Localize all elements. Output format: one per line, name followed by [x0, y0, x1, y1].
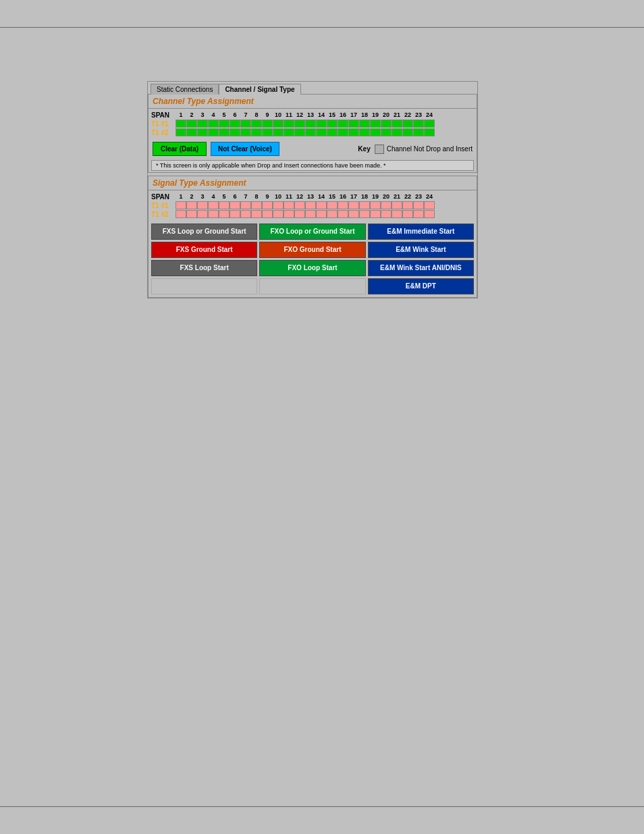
t1-2-ch2[interactable]	[186, 128, 197, 136]
t1-2-ch5[interactable]	[219, 128, 230, 136]
t1-2-ch11[interactable]	[284, 128, 294, 136]
sig-t1-2-ch3[interactable]	[197, 210, 208, 218]
t1-2-ch24[interactable]	[424, 128, 435, 136]
em-wink-start-ani-dnis-button[interactable]: E&M Wink Start ANI/DNIS	[368, 260, 474, 276]
t1-1-ch9[interactable]	[262, 120, 273, 128]
t1-2-ch18[interactable]	[359, 128, 370, 136]
fxs-ground-start-button[interactable]: FXS Ground Start	[151, 242, 257, 258]
t1-1-ch18[interactable]	[359, 120, 370, 128]
t1-1-ch13[interactable]	[305, 120, 316, 128]
sig-t1-2-ch15[interactable]	[327, 210, 338, 218]
sig-t1-1-ch6[interactable]	[230, 201, 240, 209]
fxo-loop-start-button[interactable]: FXO Loop Start	[259, 260, 365, 276]
sig-t1-2-ch20[interactable]	[381, 210, 392, 218]
t1-2-ch20[interactable]	[381, 128, 392, 136]
em-wink-start-button[interactable]: E&M Wink Start	[368, 242, 474, 258]
t1-1-ch3[interactable]	[197, 120, 208, 128]
em-dpt-button[interactable]: E&M DPT	[368, 278, 474, 294]
sig-t1-2-ch8[interactable]	[251, 210, 262, 218]
sig-t1-1-ch12[interactable]	[294, 201, 305, 209]
t1-2-ch7[interactable]	[240, 128, 251, 136]
t1-1-ch2[interactable]	[186, 120, 197, 128]
sig-t1-2-ch21[interactable]	[392, 210, 402, 218]
sig-t1-1-ch16[interactable]	[338, 201, 348, 209]
t1-1-ch20[interactable]	[381, 120, 392, 128]
sig-t1-2-ch14[interactable]	[316, 210, 327, 218]
sig-t1-1-ch17[interactable]	[348, 201, 359, 209]
sig-t1-2-ch10[interactable]	[273, 210, 284, 218]
sig-t1-1-ch10[interactable]	[273, 201, 284, 209]
t1-1-ch14[interactable]	[316, 120, 327, 128]
sig-t1-1-ch23[interactable]	[413, 201, 424, 209]
t1-2-ch16[interactable]	[338, 128, 348, 136]
fxo-ground-start-button[interactable]: FXO Ground Start	[259, 242, 365, 258]
sig-t1-2-ch18[interactable]	[359, 210, 370, 218]
sig-t1-1-ch14[interactable]	[316, 201, 327, 209]
t1-1-ch19[interactable]	[370, 120, 381, 128]
t1-2-ch14[interactable]	[316, 128, 327, 136]
sig-t1-1-ch15[interactable]	[327, 201, 338, 209]
t1-2-ch4[interactable]	[208, 128, 219, 136]
fxs-loop-ground-start-button[interactable]: FXS Loop or Ground Start	[151, 224, 257, 240]
t1-1-ch10[interactable]	[273, 120, 284, 128]
t1-1-ch11[interactable]	[284, 120, 294, 128]
tab-channel-signal-type[interactable]: Channel / Signal Type	[219, 84, 300, 95]
clear-data-button[interactable]: Clear (Data)	[153, 142, 207, 156]
sig-t1-1-ch22[interactable]	[402, 201, 413, 209]
t1-1-ch7[interactable]	[240, 120, 251, 128]
sig-t1-1-ch5[interactable]	[219, 201, 230, 209]
sig-t1-1-ch21[interactable]	[392, 201, 402, 209]
t1-1-ch17[interactable]	[348, 120, 359, 128]
sig-t1-2-ch5[interactable]	[219, 210, 230, 218]
t1-2-ch6[interactable]	[230, 128, 240, 136]
t1-2-ch15[interactable]	[327, 128, 338, 136]
t1-1-ch4[interactable]	[208, 120, 219, 128]
sig-t1-2-ch1[interactable]	[176, 210, 186, 218]
t1-2-ch9[interactable]	[262, 128, 273, 136]
sig-t1-2-ch19[interactable]	[370, 210, 381, 218]
sig-t1-2-ch23[interactable]	[413, 210, 424, 218]
t1-2-ch13[interactable]	[305, 128, 316, 136]
sig-t1-1-ch1[interactable]	[176, 201, 186, 209]
sig-t1-1-ch2[interactable]	[186, 201, 197, 209]
sig-t1-1-ch11[interactable]	[284, 201, 294, 209]
fxs-loop-start-button[interactable]: FXS Loop Start	[151, 260, 257, 276]
sig-t1-1-ch18[interactable]	[359, 201, 370, 209]
sig-t1-2-ch7[interactable]	[240, 210, 251, 218]
t1-2-ch19[interactable]	[370, 128, 381, 136]
not-clear-voice-button[interactable]: Not Clear (Voice)	[211, 142, 279, 156]
tab-static-connections[interactable]: Static Connections	[151, 84, 219, 95]
t1-1-ch22[interactable]	[402, 120, 413, 128]
sig-t1-2-ch4[interactable]	[208, 210, 219, 218]
sig-t1-1-ch20[interactable]	[381, 201, 392, 209]
t1-2-ch1[interactable]	[176, 128, 186, 136]
sig-t1-2-ch22[interactable]	[402, 210, 413, 218]
sig-t1-1-ch24[interactable]	[424, 201, 435, 209]
sig-t1-2-ch9[interactable]	[262, 210, 273, 218]
sig-t1-2-ch24[interactable]	[424, 210, 435, 218]
t1-1-ch12[interactable]	[294, 120, 305, 128]
sig-t1-1-ch8[interactable]	[251, 201, 262, 209]
t1-1-ch21[interactable]	[392, 120, 402, 128]
t1-2-ch12[interactable]	[294, 128, 305, 136]
sig-t1-1-ch13[interactable]	[305, 201, 316, 209]
sig-t1-2-ch16[interactable]	[338, 210, 348, 218]
sig-t1-1-ch9[interactable]	[262, 201, 273, 209]
t1-1-ch24[interactable]	[424, 120, 435, 128]
sig-t1-1-ch7[interactable]	[240, 201, 251, 209]
t1-2-ch3[interactable]	[197, 128, 208, 136]
t1-1-ch5[interactable]	[219, 120, 230, 128]
sig-t1-2-ch6[interactable]	[230, 210, 240, 218]
t1-2-ch17[interactable]	[348, 128, 359, 136]
sig-t1-2-ch2[interactable]	[186, 210, 197, 218]
fxo-loop-ground-start-button[interactable]: FXO Loop or Ground Start	[259, 224, 365, 240]
t1-2-ch22[interactable]	[402, 128, 413, 136]
sig-t1-1-ch3[interactable]	[197, 201, 208, 209]
t1-2-ch10[interactable]	[273, 128, 284, 136]
sig-t1-1-ch4[interactable]	[208, 201, 219, 209]
t1-1-ch1[interactable]	[176, 120, 186, 128]
t1-1-ch8[interactable]	[251, 120, 262, 128]
t1-2-ch8[interactable]	[251, 128, 262, 136]
t1-2-ch23[interactable]	[413, 128, 424, 136]
sig-t1-2-ch12[interactable]	[294, 210, 305, 218]
